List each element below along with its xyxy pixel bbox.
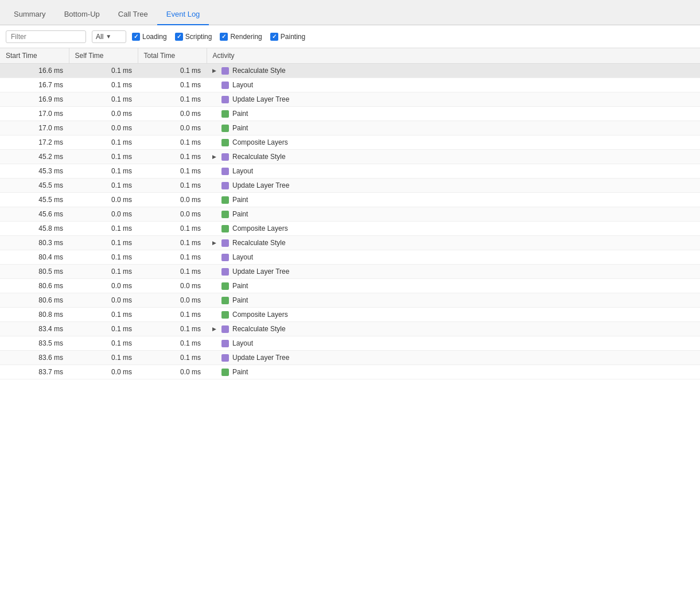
cell-activity: Layout bbox=[207, 250, 700, 264]
expand-arrow-icon[interactable]: ▶ bbox=[212, 240, 218, 246]
cell-total-time: 0.1 ms bbox=[138, 265, 207, 279]
table-row[interactable]: 45.5 ms0.1 ms0.1 msUpdate Layer Tree bbox=[0, 179, 700, 193]
cell-self-time: 0.0 ms bbox=[69, 121, 138, 135]
activity-label: Paint bbox=[232, 110, 248, 118]
cell-total-time: 0.0 ms bbox=[138, 279, 207, 293]
table-row[interactable]: 80.6 ms0.0 ms0.0 msPaint bbox=[0, 279, 700, 293]
activity-color-icon bbox=[221, 239, 229, 247]
cell-self-time: 0.1 ms bbox=[69, 250, 138, 265]
activity-label: Composite Layers bbox=[232, 311, 288, 319]
cell-start-time: 16.7 ms bbox=[0, 78, 69, 92]
table-row[interactable]: 83.6 ms0.1 ms0.1 msUpdate Layer Tree bbox=[0, 351, 700, 365]
table-row[interactable]: 45.5 ms0.0 ms0.0 msPaint bbox=[0, 193, 700, 207]
cell-self-time: 0.0 ms bbox=[69, 365, 138, 379]
activity-color-icon bbox=[221, 82, 229, 89]
cell-activity: Update Layer Tree bbox=[207, 179, 700, 192]
cell-start-time: 45.5 ms bbox=[0, 179, 69, 193]
cell-activity: Composite Layers bbox=[207, 222, 700, 235]
cell-total-time: 0.0 ms bbox=[138, 365, 207, 379]
cell-total-time: 0.1 ms bbox=[138, 351, 207, 365]
activity-label: Layout bbox=[232, 339, 253, 347]
chevron-down-icon: ▼ bbox=[106, 33, 111, 40]
tab-bottom-up[interactable]: Bottom-Up bbox=[55, 5, 109, 25]
dropdown-label: All bbox=[96, 33, 103, 41]
cell-start-time: 16.6 ms bbox=[0, 64, 69, 78]
table-row[interactable]: 80.8 ms0.1 ms0.1 msComposite Layers bbox=[0, 308, 700, 322]
table-row[interactable]: 80.4 ms0.1 ms0.1 msLayout bbox=[0, 250, 700, 265]
toolbar: All ▼ LoadingScriptingRenderingPainting bbox=[0, 25, 700, 48]
table-row[interactable]: 17.2 ms0.1 ms0.1 msComposite Layers bbox=[0, 135, 700, 150]
activity-color-icon bbox=[221, 196, 229, 204]
cell-activity: ▶Recalculate Style bbox=[207, 236, 700, 250]
tab-bar: SummaryBottom-UpCall TreeEvent Log bbox=[0, 0, 700, 25]
checkbox-icon-scripting bbox=[175, 33, 183, 41]
activity-color-icon bbox=[221, 168, 229, 175]
expand-arrow-icon[interactable]: ▶ bbox=[212, 68, 218, 73]
table-row[interactable]: 83.7 ms0.0 ms0.0 msPaint bbox=[0, 365, 700, 379]
checkbox-loading[interactable]: Loading bbox=[132, 33, 167, 41]
cell-total-time: 0.0 ms bbox=[138, 121, 207, 135]
checkbox-icon-rendering bbox=[220, 33, 228, 41]
table-row[interactable]: 17.0 ms0.0 ms0.0 msPaint bbox=[0, 107, 700, 121]
activity-color-icon bbox=[221, 211, 229, 218]
cell-total-time: 0.1 ms bbox=[138, 150, 207, 164]
cell-self-time: 0.1 ms bbox=[69, 164, 138, 179]
table-row[interactable]: 80.5 ms0.1 ms0.1 msUpdate Layer Tree bbox=[0, 265, 700, 279]
table-row[interactable]: 45.2 ms0.1 ms0.1 ms▶Recalculate Style bbox=[0, 150, 700, 164]
table-row[interactable]: 17.0 ms0.0 ms0.0 msPaint bbox=[0, 121, 700, 135]
cell-activity: Paint bbox=[207, 107, 700, 121]
table-row[interactable]: 80.3 ms0.1 ms0.1 ms▶Recalculate Style bbox=[0, 236, 700, 250]
cell-activity: Paint bbox=[207, 121, 700, 135]
tab-event-log[interactable]: Event Log bbox=[157, 5, 209, 25]
cell-activity: Layout bbox=[207, 164, 700, 178]
cell-activity: ▶Recalculate Style bbox=[207, 322, 700, 336]
expand-arrow-icon[interactable]: ▶ bbox=[212, 154, 218, 160]
category-dropdown[interactable]: All ▼ bbox=[92, 30, 126, 43]
activity-color-icon bbox=[221, 110, 229, 118]
activity-label: Recalculate Style bbox=[232, 325, 286, 333]
activity-color-icon bbox=[221, 369, 229, 376]
expand-arrow-icon[interactable]: ▶ bbox=[212, 326, 218, 332]
activity-label: Layout bbox=[232, 253, 253, 261]
cell-total-time: 0.1 ms bbox=[138, 336, 207, 351]
table-row[interactable]: 16.6 ms0.1 ms0.1 ms▶Recalculate Style bbox=[0, 64, 700, 78]
cell-start-time: 80.5 ms bbox=[0, 265, 69, 279]
table-row[interactable]: 45.3 ms0.1 ms0.1 msLayout bbox=[0, 164, 700, 179]
tab-call-tree[interactable]: Call Tree bbox=[109, 5, 157, 25]
cell-total-time: 0.1 ms bbox=[138, 250, 207, 265]
table-row[interactable]: 83.4 ms0.1 ms0.1 ms▶Recalculate Style bbox=[0, 322, 700, 336]
cell-start-time: 80.6 ms bbox=[0, 279, 69, 293]
cell-total-time: 0.1 ms bbox=[138, 64, 207, 78]
tab-summary[interactable]: Summary bbox=[5, 5, 55, 25]
table-row[interactable]: 45.8 ms0.1 ms0.1 msComposite Layers bbox=[0, 222, 700, 236]
cell-self-time: 0.1 ms bbox=[69, 308, 138, 322]
table-row[interactable]: 45.6 ms0.0 ms0.0 msPaint bbox=[0, 207, 700, 222]
cell-start-time: 83.4 ms bbox=[0, 322, 69, 336]
cell-self-time: 0.0 ms bbox=[69, 193, 138, 207]
checkbox-label-rendering: Rendering bbox=[230, 33, 262, 41]
cell-start-time: 17.2 ms bbox=[0, 135, 69, 150]
cell-activity: Layout bbox=[207, 78, 700, 92]
col-header-activity: Activity bbox=[207, 48, 700, 64]
cell-self-time: 0.1 ms bbox=[69, 135, 138, 150]
checkbox-rendering[interactable]: Rendering bbox=[220, 33, 262, 41]
cell-start-time: 80.4 ms bbox=[0, 250, 69, 265]
activity-label: Composite Layers bbox=[232, 224, 288, 232]
table-row[interactable]: 80.6 ms0.0 ms0.0 msPaint bbox=[0, 293, 700, 308]
cell-start-time: 17.0 ms bbox=[0, 107, 69, 121]
checkbox-painting[interactable]: Painting bbox=[270, 33, 305, 41]
cell-total-time: 0.0 ms bbox=[138, 207, 207, 222]
cell-total-time: 0.1 ms bbox=[138, 164, 207, 179]
activity-color-icon bbox=[221, 139, 229, 146]
checkbox-scripting[interactable]: Scripting bbox=[175, 33, 212, 41]
activity-color-icon bbox=[221, 354, 229, 362]
cell-total-time: 0.1 ms bbox=[138, 322, 207, 336]
table-row[interactable]: 16.7 ms0.1 ms0.1 msLayout bbox=[0, 78, 700, 92]
cell-total-time: 0.1 ms bbox=[138, 78, 207, 92]
cell-self-time: 0.1 ms bbox=[69, 265, 138, 279]
cell-start-time: 45.2 ms bbox=[0, 150, 69, 164]
filter-input[interactable] bbox=[6, 30, 86, 43]
table-row[interactable]: 16.9 ms0.1 ms0.1 msUpdate Layer Tree bbox=[0, 92, 700, 107]
cell-activity: Composite Layers bbox=[207, 135, 700, 149]
table-row[interactable]: 83.5 ms0.1 ms0.1 msLayout bbox=[0, 336, 700, 351]
